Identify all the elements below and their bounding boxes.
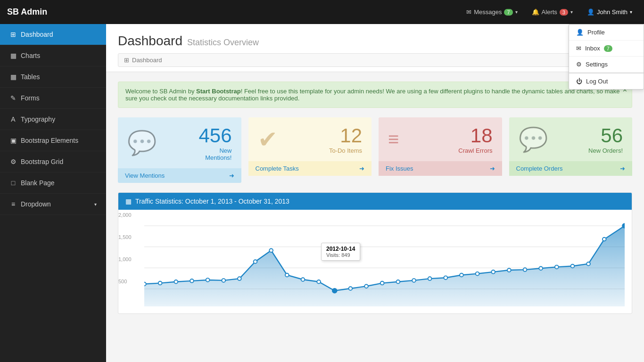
sidebar-item-bootstrap-elements[interactable]: ▣ Bootstrap Elements: [0, 130, 106, 151]
page-subtitle: Statistics Overview: [187, 38, 259, 48]
check-icon: ✔: [258, 126, 278, 153]
sidebar-item-tables[interactable]: ▦ Tables: [0, 66, 106, 88]
user-icon-profile: 👤: [576, 29, 584, 36]
svg-point-23: [444, 276, 447, 280]
view-mentions-link[interactable]: View Mentions ➜: [118, 168, 241, 183]
chevron-down-icon: ▾: [515, 9, 518, 15]
sidebar-item-label: Bootstrap Elements: [21, 137, 78, 144]
tooltip-value: Visits: 849: [326, 252, 355, 258]
svg-point-22: [428, 277, 432, 280]
stats-row: 💬 456 NewMentions! View Mentions ➜ ✔: [118, 117, 632, 183]
charts-icon: ▦: [9, 52, 17, 59]
sidebar-item-label: Blank Page: [21, 179, 55, 187]
sidebar-item-charts[interactable]: ▦ Charts: [0, 45, 106, 66]
page-title: Dashboard: [118, 33, 182, 49]
stat-info-mentions: 456 NewMentions!: [198, 124, 231, 161]
dropdown-settings[interactable]: ⚙ Settings: [569, 57, 644, 73]
dropdown-inbox[interactable]: ✉ Inbox 7: [569, 41, 644, 57]
svg-point-20: [396, 280, 400, 284]
breadcrumb: ⊞ Dashboard: [118, 53, 632, 67]
svg-point-10: [238, 277, 241, 280]
alert-text: Welcome to SB Admin by Start Bootstrap! …: [125, 88, 619, 102]
elements-icon: ▣: [9, 137, 17, 144]
dropdown-logout[interactable]: ⏻ Log Out: [569, 74, 644, 89]
svg-point-32: [586, 262, 590, 266]
main-container: ⊞ Dashboard ▦ Charts ▦ Tables ✎ Forms A …: [0, 24, 644, 362]
stat-info-todo: 12 To-Do Items: [329, 124, 362, 154]
user-dropdown-button[interactable]: 👤 John Smith ▾: [582, 6, 637, 18]
mentions-label: NewMentions!: [198, 147, 231, 161]
svg-point-27: [507, 268, 511, 272]
envelope-icon-inbox: ✉: [576, 45, 581, 52]
alerts-badge: 3: [560, 9, 568, 16]
list-icon: ≡: [388, 129, 399, 150]
messages-badge: 7: [504, 9, 512, 16]
sidebar-item-label: Bootstrap Grid: [21, 158, 63, 165]
sidebar-item-dashboard[interactable]: ⊞ Dashboard: [0, 24, 106, 45]
stat-card-orders: 💬 56 New Orders! Complete Orders ➜: [509, 117, 633, 183]
dashboard-icon: ⊞: [9, 31, 17, 38]
sidebar-item-label: Tables: [21, 73, 40, 81]
tables-icon: ▦: [9, 73, 17, 81]
sidebar-item-bootstrap-grid[interactable]: ⚙ Bootstrap Grid: [0, 151, 106, 173]
tooltip-date: 2012-10-14: [326, 246, 355, 252]
complete-tasks-link[interactable]: Complete Tasks ➜: [248, 161, 372, 176]
user-dropdown-menu: 👤 Profile ✉ Inbox 7 ⚙ Settings ⏻ Log Out: [569, 24, 644, 90]
sidebar-item-typography[interactable]: A Typography: [0, 109, 106, 130]
svg-point-24: [460, 273, 463, 277]
sidebar-item-dropdown[interactable]: ≡ Dropdown ▾: [0, 194, 106, 215]
chevron-right-icon: ▾: [94, 202, 97, 207]
page-icon: □: [9, 179, 17, 187]
svg-point-21: [412, 279, 416, 282]
page-header: Dashboard Statistics Overview ⊞ Dashboar…: [106, 24, 644, 72]
chat-icon: 💬: [127, 129, 157, 156]
stat-top-todo: ✔ 12 To-Do Items: [248, 117, 372, 161]
svg-point-7: [190, 279, 194, 283]
chart-header: ▦ Traffic Statistics: October 1, 2013 - …: [118, 193, 632, 210]
fix-issues-link[interactable]: Fix Issues ➜: [379, 161, 502, 176]
alerts-button[interactable]: 🔔 Alerts 3 ▾: [527, 6, 578, 18]
svg-point-6: [174, 280, 178, 284]
y-label-500: 500: [118, 279, 127, 284]
arrow-right-icon-orders: ➜: [620, 165, 625, 172]
stat-top-orders: 💬 56 New Orders!: [509, 117, 633, 161]
content-body: Welcome to SB Admin by Start Bootstrap! …: [106, 72, 644, 323]
svg-point-4: [144, 282, 146, 286]
svg-point-15: [317, 280, 321, 284]
navbar-right: ✉ Messages 7 ▾ 🔔 Alerts 3 ▾ 👤 John Smith…: [462, 6, 637, 18]
svg-point-34: [622, 223, 625, 228]
svg-point-14: [301, 278, 305, 281]
bell-icon: 🔔: [532, 8, 539, 16]
svg-point-17: [349, 287, 353, 290]
svg-point-8: [206, 278, 210, 282]
sidebar-item-forms[interactable]: ✎ Forms: [0, 88, 106, 109]
breadcrumb-label: Dashboard: [132, 57, 162, 64]
svg-point-5: [158, 281, 162, 285]
stat-top-mentions: 💬 456 NewMentions!: [118, 117, 241, 168]
content-area: Dashboard Statistics Overview ⊞ Dashboar…: [106, 24, 644, 362]
dropdown-icon: ≡: [9, 200, 17, 208]
svg-point-26: [491, 270, 495, 274]
dropdown-profile[interactable]: 👤 Profile: [569, 25, 644, 41]
y-label-1000: 1,000: [118, 256, 132, 262]
todo-number: 12: [329, 124, 362, 147]
svg-point-16: [332, 288, 337, 293]
view-mentions-text: View Mentions: [125, 172, 165, 179]
app-brand: SB Admin: [7, 7, 47, 17]
stat-info-crawl: 18 Crawl Errors: [458, 124, 492, 154]
chart-title: Traffic Statistics: October 1, 2013 - Oc…: [135, 197, 289, 205]
grid-icon: ⚙: [9, 158, 17, 165]
sidebar-item-label: Typography: [21, 115, 55, 123]
gear-icon: ⚙: [576, 61, 582, 68]
messages-button[interactable]: ✉ Messages 7 ▾: [462, 6, 522, 18]
svg-point-33: [603, 238, 606, 241]
sidebar-item-blank-page[interactable]: □ Blank Page: [0, 173, 106, 194]
chart-tooltip: 2012-10-14 Visits: 849: [321, 243, 360, 261]
sidebar-item-label: Charts: [21, 52, 40, 59]
complete-orders-link[interactable]: Complete Orders ➜: [509, 161, 633, 176]
svg-point-30: [555, 265, 559, 269]
orders-label: New Orders!: [588, 147, 623, 154]
bar-chart-icon: ▦: [125, 197, 132, 205]
svg-point-19: [380, 281, 384, 285]
typography-icon: A: [9, 115, 17, 123]
